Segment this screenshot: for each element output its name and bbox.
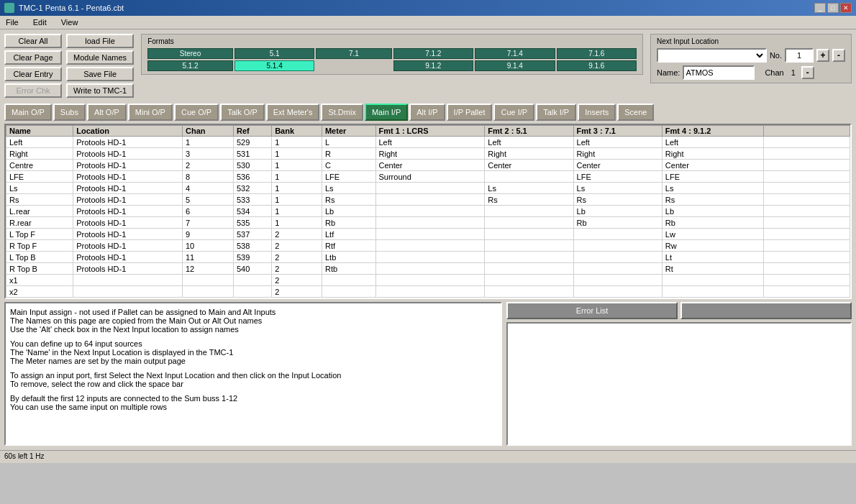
second-error-button[interactable] [680, 302, 852, 319]
maximize-button[interactable]: □ [827, 3, 839, 13]
table-cell: 8 [183, 171, 234, 183]
clear-all-button[interactable]: Clear All [4, 34, 62, 48]
no-plus-button[interactable]: + [816, 49, 829, 62]
table-row[interactable]: L Top FProtools HD-195372LtfLw [6, 229, 850, 240]
table-row[interactable]: RsProtools HD-155331RsRsRsRs [6, 194, 850, 206]
load-file-button[interactable]: load File [66, 34, 134, 48]
table-row[interactable]: x12 [6, 275, 850, 286]
table-cell [183, 286, 234, 298]
clear-entry-button[interactable]: Clear Entry [4, 67, 62, 81]
col-meter: Meter [322, 126, 375, 137]
table-cell [485, 217, 573, 229]
table-cell [375, 275, 485, 286]
info-line: The Names on this page are copied from t… [10, 316, 496, 325]
table-cell: R Top B [6, 263, 73, 275]
table-row[interactable]: LFEProtools HD-185361LFESurroundLFELFE [6, 171, 850, 183]
tab-ext-meters[interactable]: Ext Meter's [266, 104, 320, 121]
no-minus-button[interactable]: - [832, 49, 845, 62]
table-cell: x2 [6, 286, 73, 298]
chan-minus-button[interactable]: - [801, 66, 814, 79]
no-input[interactable] [785, 48, 814, 63]
status-text: 60s left 1 Hz [4, 452, 45, 460]
table-row[interactable]: x22 [6, 286, 850, 298]
tab-talk-op[interactable]: Talk O/P [220, 104, 265, 121]
table-row[interactable]: L Top BProtools HD-1115392LtbLt [6, 252, 850, 263]
tab-st-dmix[interactable]: St.Dmix [321, 104, 363, 121]
format-914[interactable]: 9.1.4 [475, 60, 555, 71]
table-cell: Lb [662, 206, 763, 217]
table-row[interactable]: R Top BProtools HD-1125402RtbRt [6, 263, 850, 275]
table-cell: 532 [233, 183, 271, 194]
tab-main-ip[interactable]: Main I/P [365, 104, 408, 121]
format-714[interactable]: 7.1.4 [475, 48, 555, 59]
format-916[interactable]: 9.1.6 [557, 60, 637, 71]
table-cell [375, 217, 485, 229]
col-fmt2: Fmt 2 : 5.1 [485, 126, 573, 137]
save-file-button[interactable]: Save File [66, 67, 134, 81]
menu-view[interactable]: View [58, 17, 81, 27]
table-cell: Rtf [322, 240, 375, 252]
tab-mini-op[interactable]: Mini O/P [128, 104, 173, 121]
error-chk-button[interactable]: Error Chk [4, 83, 62, 98]
table-cell: 11 [183, 252, 234, 263]
format-stereo[interactable]: Stereo [147, 48, 233, 59]
tab-cue-op[interactable]: Cue O/P [174, 104, 219, 121]
tab-talk-ip[interactable]: Talk I/P [536, 104, 576, 121]
close-button[interactable]: ✕ [840, 3, 852, 13]
table-cell [573, 298, 662, 298]
table-cell [375, 229, 485, 240]
tab-inserts[interactable]: Inserts [578, 104, 616, 121]
format-514[interactable]: 5.1.4 [235, 60, 314, 71]
chan-value: 1 [791, 68, 796, 77]
tab-main-op[interactable]: Main O/P [4, 104, 52, 121]
module-names-button[interactable]: Module Names [66, 50, 134, 65]
table-cell [573, 286, 662, 298]
table-row[interactable]: RightProtools HD-135311RRightRightRightR… [6, 148, 850, 160]
table-row[interactable]: L.rearProtools HD-165341LbLbLb [6, 206, 850, 217]
table-cell: Center [375, 160, 485, 171]
table-cell [183, 298, 234, 298]
table-row[interactable]: x32 [6, 298, 850, 298]
tab-scene[interactable]: Scene [617, 104, 654, 121]
tab-ip-pallet[interactable]: I/P Pallet [447, 104, 493, 121]
write-to-tmc1-button[interactable]: Write to TMC-1 [66, 83, 134, 98]
table-cell: 1 [272, 148, 322, 160]
table-cell: Surround [375, 171, 485, 183]
name-input[interactable] [683, 65, 755, 80]
table-row[interactable]: R.rearProtools HD-175351RbRbRb [6, 217, 850, 229]
table-cell: LFE [6, 171, 73, 183]
tab-alt-ip[interactable]: Alt I/P [409, 104, 445, 121]
format-51[interactable]: 5.1 [235, 48, 314, 59]
format-716[interactable]: 7.1.6 [557, 48, 637, 59]
table-cell: Left [573, 137, 662, 148]
table-row[interactable]: R Top FProtools HD-1105382RtfRw [6, 240, 850, 252]
location-dropdown[interactable] [657, 48, 767, 63]
tab-cue-ip[interactable]: Cue I/P [493, 104, 534, 121]
table-cell [485, 171, 573, 183]
table-cell: 2 [272, 298, 322, 298]
tab-subs[interactable]: Subs [53, 104, 86, 121]
tab-alt-op[interactable]: Alt O/P [87, 104, 127, 121]
info-line: To assign an input port, first Select th… [10, 371, 496, 380]
format-512[interactable]: 5.1.2 [147, 60, 233, 71]
info-line: Use the 'Alt' check box in the Next Inpu… [10, 325, 496, 334]
format-712[interactable]: 7.1.2 [393, 48, 473, 59]
table-cell: 2 [272, 275, 322, 286]
table-cell: Protools HD-1 [73, 206, 183, 217]
clear-page-button[interactable]: Clear Page [4, 50, 62, 65]
table-row[interactable]: LeftProtools HD-115291LLeftLeftLeftLeft [6, 137, 850, 148]
table-cell: Protools HD-1 [73, 171, 183, 183]
table-cell: LFE [573, 171, 662, 183]
error-list-button[interactable]: Error List [506, 302, 678, 319]
table-cell: LFE [322, 171, 375, 183]
format-912[interactable]: 9.1.2 [393, 60, 473, 71]
table-cell [662, 286, 763, 298]
menu-edit[interactable]: Edit [30, 17, 50, 27]
table-row[interactable]: LsProtools HD-145321LsLsLsLs [6, 183, 850, 194]
table-cell: Protools HD-1 [73, 160, 183, 171]
menu-file[interactable]: File [3, 17, 22, 27]
minimize-button[interactable]: _ [814, 3, 826, 13]
format-71[interactable]: 7.1 [316, 48, 391, 59]
table-cell [375, 194, 485, 206]
table-row[interactable]: CentreProtools HD-125301CCenterCenterCen… [6, 160, 850, 171]
